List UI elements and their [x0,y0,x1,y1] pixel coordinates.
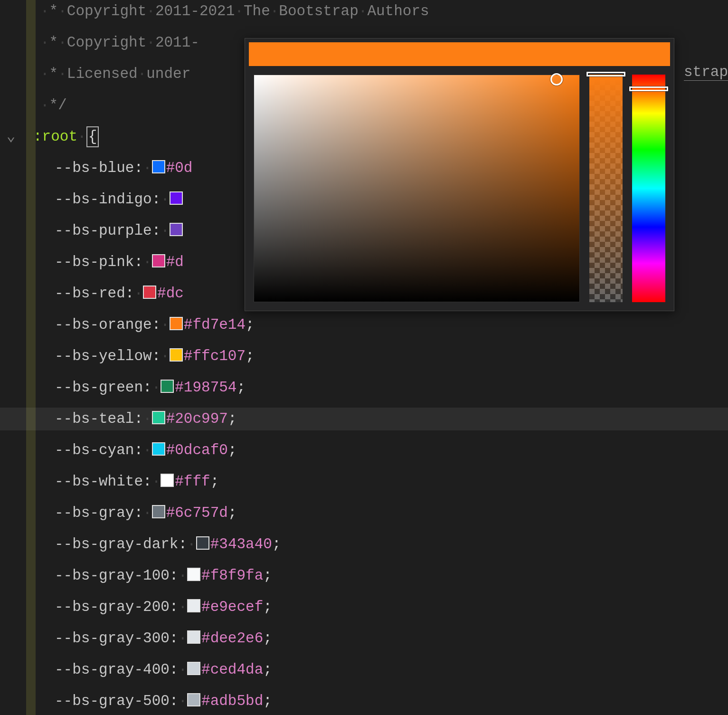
sv-black-overlay [254,75,579,302]
css-var-line[interactable]: --bs-cyan:·#0dcaf0; [0,439,728,462]
css-var-line[interactable]: --bs-gray-400:·#ced4da; [0,658,728,681]
color-picker-popup[interactable] [245,38,674,311]
css-var-line[interactable]: --bs-gray-300:·#dee2e6; [0,627,728,650]
css-var-line[interactable]: --bs-gray-100:·#f8f9fa; [0,564,728,587]
background-link[interactable]: strap [684,64,728,81]
hue-thumb[interactable] [629,86,668,91]
css-var-line[interactable]: --bs-gray-500:·#adb5bd; [0,690,728,713]
color-swatch[interactable] [152,505,165,518]
css-var-line[interactable]: --bs-white:·#fff; [0,470,728,493]
color-swatch[interactable] [152,254,165,267]
css-var-line[interactable]: --bs-gray:·#6c757d; [0,502,728,524]
css-var-line[interactable]: --bs-gray-dark:·#343a40; [0,533,728,556]
color-swatch[interactable] [187,568,200,581]
sv-thumb[interactable] [550,73,563,86]
css-var-line[interactable]: --bs-green:·#198754; [0,376,728,399]
comment-line[interactable]: ·*·Copyright·2011-2021·The·Bootstrap·Aut… [0,0,728,23]
hue-slider[interactable] [632,75,665,302]
color-swatch[interactable] [152,442,165,456]
color-swatch[interactable] [152,160,165,173]
css-var-line[interactable]: --bs-yellow:·#ffc107; [0,345,728,368]
color-swatch[interactable] [187,630,200,644]
color-swatch[interactable] [161,474,174,487]
alpha-slider[interactable] [589,75,623,302]
alpha-fill [589,75,623,302]
saturation-value-area[interactable] [254,75,580,302]
css-var-line[interactable]: --bs-teal:·#20c997; [0,408,728,430]
alpha-thumb[interactable] [586,72,625,76]
color-swatch[interactable] [170,317,183,330]
fold-caret-icon[interactable]: ⌄ [4,125,18,148]
css-var-line[interactable]: --bs-gray-200:·#e9ecef; [0,596,728,619]
color-swatch[interactable] [143,286,156,299]
color-swatch[interactable] [152,411,165,424]
color-swatch[interactable] [187,693,200,706]
color-picker-header [249,42,670,66]
css-var-line[interactable]: --bs-orange:·#fd7e14; [0,314,728,336]
color-swatch[interactable] [196,536,209,550]
color-swatch[interactable] [170,223,183,236]
color-swatch[interactable] [187,599,200,612]
code-editor[interactable]: ·*·Copyright·2011-2021·The·Bootstrap·Aut… [0,0,728,715]
color-swatch[interactable] [170,348,183,362]
brace-open: { [86,126,99,147]
color-swatch[interactable] [170,191,183,205]
color-swatch[interactable] [187,662,200,675]
color-swatch[interactable] [161,380,174,393]
